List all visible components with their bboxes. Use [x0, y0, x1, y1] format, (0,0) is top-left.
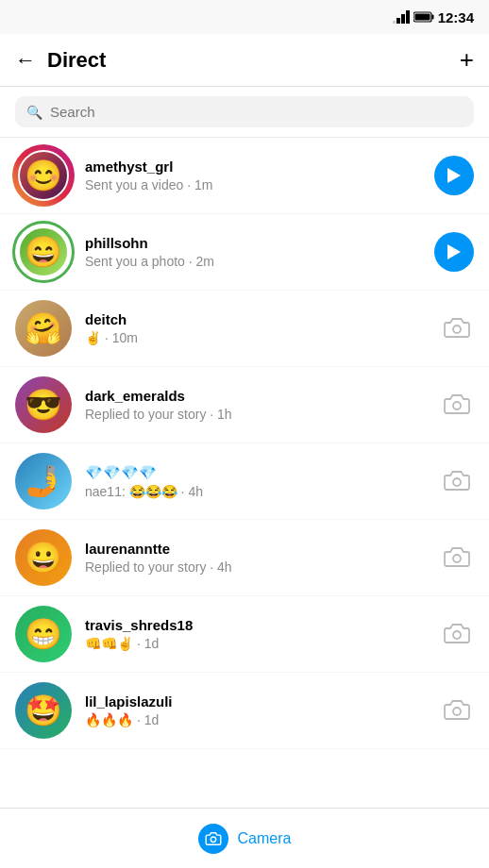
play-button[interactable] [434, 156, 474, 195]
svg-point-14 [453, 708, 461, 715]
camera-button[interactable] [440, 464, 474, 498]
svg-point-13 [453, 631, 461, 639]
username: 💎💎💎💎 [85, 464, 429, 481]
message-info: lil_lapislazuli 🔥🔥🔥 · 1d [85, 693, 429, 727]
avatar: 🤩 [15, 682, 72, 739]
svg-rect-5 [431, 15, 433, 20]
username: travis_shreds18 [85, 617, 429, 633]
avatar: 😀 [15, 529, 72, 586]
avatar: 😁 [15, 606, 72, 662]
battery-icon [413, 11, 434, 23]
message-info: travis_shreds18 👊👊✌️ · 1d [85, 617, 429, 651]
camera-label[interactable]: Camera [238, 830, 292, 847]
avatar: 😊 [15, 147, 72, 204]
message-list: 😊 amethyst_grl Sent you a video · 1m 😄 [0, 138, 489, 749]
search-wrapper: 🔍 [15, 96, 474, 127]
message-info: phillsohn Sent you a photo · 2m [85, 235, 423, 269]
list-item[interactable]: 🤳 💎💎💎💎 nae11: 😂😂😂 · 4h [0, 443, 489, 520]
signal-icon [393, 8, 410, 25]
svg-point-10 [453, 402, 461, 409]
message-info: laurenanntte Replied to your story · 4h [85, 541, 429, 575]
bottom-bar: Camera [0, 808, 489, 868]
svg-marker-8 [447, 244, 461, 259]
camera-button[interactable] [440, 541, 474, 575]
list-item[interactable]: 🤗 deitch ✌️ · 10m [0, 291, 489, 367]
search-bar: 🔍 [0, 87, 489, 138]
play-button[interactable] [434, 232, 474, 272]
camera-button[interactable] [440, 388, 474, 422]
svg-rect-6 [414, 14, 430, 21]
message-info: dark_emeralds Replied to your story · 1h [85, 388, 429, 422]
camera-icon[interactable] [198, 824, 228, 854]
camera-button[interactable] [440, 617, 474, 651]
list-item[interactable]: 🤩 lil_lapislazuli 🔥🔥🔥 · 1d [0, 673, 489, 749]
message-preview: nae11: 😂😂😂 · 4h [85, 484, 429, 499]
svg-marker-1 [401, 14, 405, 24]
message-preview: Replied to your story · 4h [85, 559, 429, 575]
message-preview: 👊👊✌️ · 1d [85, 636, 429, 651]
svg-marker-0 [406, 10, 410, 24]
list-item[interactable]: 😎 dark_emeralds Replied to your story · … [0, 367, 489, 443]
camera-button[interactable] [440, 311, 474, 345]
svg-marker-7 [447, 168, 461, 183]
message-info: deitch ✌️ · 10m [85, 311, 429, 345]
message-info: amethyst_grl Sent you a video · 1m [85, 159, 423, 192]
message-info: 💎💎💎💎 nae11: 😂😂😂 · 4h [85, 464, 429, 499]
avatar: 🤳 [15, 453, 72, 509]
message-preview: ✌️ · 10m [85, 330, 429, 345]
avatar: 😄 [15, 224, 72, 280]
message-preview: Replied to your story · 1h [85, 407, 429, 422]
search-input[interactable] [50, 104, 463, 120]
svg-point-15 [211, 837, 215, 842]
svg-point-11 [453, 478, 461, 486]
header: ← Direct + [0, 34, 489, 87]
message-preview: Sent you a video · 1m [85, 177, 423, 192]
list-item[interactable]: 😊 amethyst_grl Sent you a video · 1m [0, 138, 489, 214]
username: dark_emeralds [85, 388, 429, 404]
status-time: 12:34 [438, 9, 474, 25]
message-preview: Sent you a photo · 2m [85, 254, 423, 269]
camera-button[interactable] [440, 693, 474, 727]
new-message-button[interactable]: + [460, 45, 474, 75]
list-item[interactable]: 😀 laurenanntte Replied to your story · 4… [0, 520, 489, 596]
status-icons: 12:34 [393, 8, 474, 25]
status-bar: 12:34 [0, 0, 489, 34]
avatar: 😎 [15, 376, 72, 433]
username: amethyst_grl [85, 159, 423, 175]
message-preview: 🔥🔥🔥 · 1d [85, 712, 429, 727]
svg-point-12 [453, 555, 461, 562]
avatar: 🤗 [15, 300, 72, 357]
username: deitch [85, 311, 429, 327]
page-title: Direct [47, 48, 460, 73]
svg-marker-2 [396, 18, 400, 24]
list-item[interactable]: 😄 phillsohn Sent you a photo · 2m [0, 214, 489, 291]
username: phillsohn [85, 235, 423, 251]
svg-marker-3 [393, 21, 396, 24]
username: laurenanntte [85, 541, 429, 557]
search-icon: 🔍 [26, 105, 42, 120]
svg-point-9 [453, 326, 461, 333]
username: lil_lapislazuli [85, 693, 429, 709]
back-button[interactable]: ← [15, 50, 36, 71]
list-item[interactable]: 😁 travis_shreds18 👊👊✌️ · 1d [0, 596, 489, 673]
